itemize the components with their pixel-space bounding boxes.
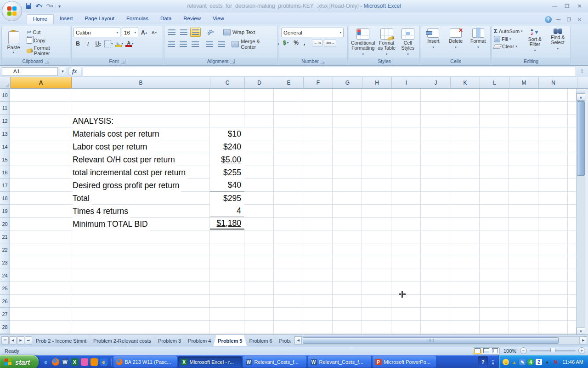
column-header-j[interactable]: J — [421, 77, 451, 88]
conditional-formatting-button[interactable]: Conditional Formatting▾ — [351, 28, 375, 58]
column-header-n[interactable]: N — [539, 77, 568, 88]
scroll-up-arrow[interactable]: ▲ — [577, 93, 585, 101]
currency-format-button[interactable]: $▾ — [281, 39, 290, 46]
align-left-button[interactable] — [166, 40, 177, 49]
format-as-table-button[interactable]: Format as Table▾ — [377, 28, 396, 58]
row-header-21[interactable]: 21 — [0, 230, 10, 243]
mail-app-icon[interactable] — [90, 358, 98, 366]
scroll-left-arrow[interactable]: ◀ — [294, 336, 302, 345]
increase-indent-button[interactable] — [216, 40, 227, 49]
messenger-icon[interactable]: ☺ — [503, 359, 509, 365]
horizontal-scrollbar[interactable]: ◀ ▶ — [294, 336, 587, 345]
column-header-a[interactable]: A — [11, 77, 72, 88]
dialog-launcher-icon[interactable] — [45, 59, 49, 63]
previous-sheet-button[interactable]: ◀ — [9, 336, 17, 345]
row-header-23[interactable]: 23 — [0, 256, 10, 269]
sheet-tab-prob-2-income-stmnt[interactable]: Prob 2 - Income Stmnt — [31, 335, 91, 346]
vertical-scrollbar[interactable]: ▲ ▼ — [576, 89, 585, 335]
row-header-20[interactable]: 20 — [0, 218, 10, 230]
ribbon-tab-data[interactable]: Data — [154, 14, 177, 24]
column-header-f[interactable]: F — [304, 77, 333, 88]
column-header-h[interactable]: H — [362, 77, 392, 88]
column-header-c[interactable]: C — [210, 77, 245, 88]
split-handle[interactable] — [577, 89, 585, 93]
save-button[interactable] — [24, 2, 33, 10]
cell-C20[interactable]: $1,180 — [210, 218, 244, 230]
customize-qat-button[interactable]: ▾ — [56, 4, 61, 9]
zoom-slider-thumb[interactable] — [550, 348, 555, 354]
notebook-icon[interactable]: ✎ — [519, 359, 526, 365]
norton-icon[interactable]: N — [552, 359, 559, 365]
row-header-24[interactable]: 24 — [0, 269, 10, 282]
cell-C15[interactable]: $5.00 — [210, 153, 244, 166]
close-button[interactable]: ✕ — [575, 3, 584, 10]
normal-view-button[interactable] — [473, 348, 482, 354]
cell-C16[interactable]: $255 — [210, 166, 244, 179]
cell-B18[interactable]: Total — [73, 192, 91, 205]
insert-cells-button[interactable]: Insert▾ — [423, 28, 444, 58]
top-align-button[interactable] — [166, 28, 177, 37]
column-header-i[interactable]: I — [392, 77, 421, 88]
vertical-scroll-thumb[interactable] — [577, 101, 585, 176]
copy-button[interactable]: Copy — [25, 37, 68, 44]
sort-filter-button[interactable]: AZ▼Sort & Filter▾ — [525, 28, 546, 58]
workbook-restore-button[interactable]: ❐ — [565, 17, 573, 23]
task-button-microsoft-powerpo[interactable]: PMicrosoft PowerPo... — [373, 356, 436, 368]
row-header-22[interactable]: 22 — [0, 243, 10, 256]
undo-button[interactable]: ↶▾ — [34, 2, 44, 10]
ribbon-tab-home[interactable]: Home — [27, 14, 54, 24]
align-right-button[interactable] — [190, 40, 200, 49]
firefox-icon[interactable] — [52, 358, 59, 366]
decrease-decimal-button[interactable]: .00→ — [324, 40, 336, 46]
first-sheet-button[interactable]: ⏮ — [1, 336, 9, 345]
minimize-button[interactable]: — — [550, 3, 560, 10]
merge-center-button[interactable]: Merge & Center▾ — [232, 39, 279, 50]
column-header-m[interactable]: M — [509, 77, 539, 88]
grow-font-button[interactable]: A — [140, 28, 148, 37]
column-header-k[interactable]: K — [451, 77, 480, 88]
task-button-relevant-costs-f[interactable]: WRelevant_Costs_f... — [308, 356, 371, 368]
underline-button[interactable]: U▾ — [94, 39, 102, 48]
sheet-tab-problem-5[interactable]: Problem 5 — [213, 335, 247, 346]
redo-button[interactable]: ↷▾ — [45, 2, 54, 10]
cell-C13[interactable]: $10 — [210, 127, 244, 140]
sheet-tab-problem-3[interactable]: Problem 3 — [153, 335, 186, 346]
next-sheet-button[interactable]: ▶ — [17, 336, 24, 345]
row-header-28[interactable]: 28 — [0, 321, 10, 334]
expand-formula-bar-button[interactable]: ˅˅ — [578, 69, 586, 74]
decrease-indent-button[interactable] — [204, 40, 215, 49]
scroll-right-arrow[interactable]: ▶ — [580, 336, 587, 345]
explorer-icon[interactable]: e — [100, 358, 107, 366]
internet-explorer-icon[interactable]: e — [42, 358, 50, 366]
zonealarm-icon[interactable]: Z — [536, 359, 542, 365]
row-header-16[interactable]: 16 — [0, 166, 10, 179]
number-format-combo[interactable]: General▾ — [281, 28, 344, 37]
insert-function-button[interactable]: fx — [72, 68, 77, 75]
task-button-ba-213-w11-pasc[interactable]: BA 213 W11 (Pasc... — [113, 356, 177, 368]
row-header-17[interactable]: 17 — [0, 179, 10, 192]
font-color-button[interactable]: ▾ — [125, 39, 134, 48]
sheet-tab-problem-2-relevant-costs[interactable]: Problem 2-Relevant costs — [89, 335, 156, 346]
ribbon-tab-page-layout[interactable]: Page Layout — [79, 14, 120, 24]
page-layout-view-button[interactable] — [482, 348, 491, 354]
font-name-combo[interactable]: Calibri▾ — [74, 28, 120, 37]
clear-button[interactable]: Clear▾ — [494, 44, 523, 49]
row-header-19[interactable]: 19 — [0, 205, 10, 218]
sheet-tab-problem-6[interactable]: Problem 6 — [244, 335, 277, 346]
ribbon-tab-formulas[interactable]: Formulas — [120, 14, 154, 24]
column-header-b[interactable]: B — [72, 77, 210, 88]
percent-format-button[interactable]: % — [292, 39, 300, 46]
row-header-18[interactable]: 18 — [0, 192, 10, 205]
scroll-down-arrow[interactable]: ▼ — [577, 328, 585, 335]
cells-area[interactable]: ANALYSIS:Materials cost per return$10Lab… — [10, 89, 576, 335]
italic-button[interactable]: I — [84, 39, 92, 48]
row-header-13[interactable]: 13 — [0, 127, 10, 140]
column-header-e[interactable]: E — [274, 77, 304, 88]
cell-B19[interactable]: Times 4 returns — [73, 205, 130, 218]
media-app-icon[interactable] — [81, 358, 88, 366]
cell-B16[interactable]: total incremental cost per return — [73, 166, 187, 179]
cell-C14[interactable]: $240 — [210, 140, 244, 153]
ribbon-tab-insert[interactable]: Insert — [54, 14, 79, 24]
fill-button[interactable]: ↓Fill▾ — [494, 36, 523, 42]
format-painter-button[interactable]: Format Painter — [25, 45, 68, 57]
